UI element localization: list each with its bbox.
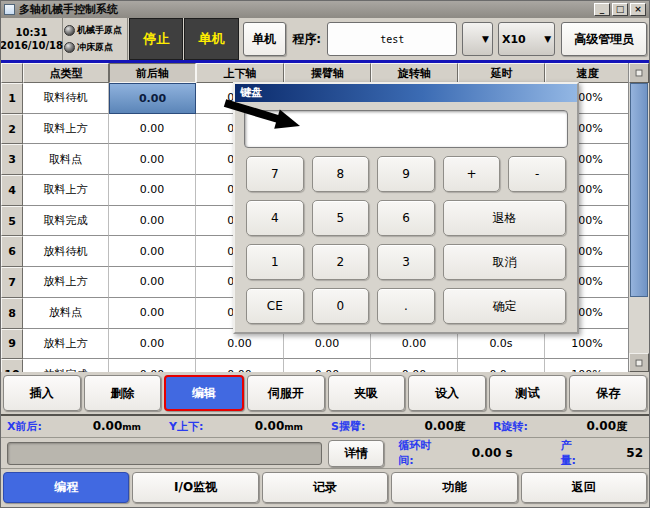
scrollbar-up-button[interactable] xyxy=(629,63,649,83)
bottom-nav-row: 编程I/O监视记录功能返回 xyxy=(1,469,649,508)
press-origin-indicator: 冲床原点 xyxy=(64,41,126,54)
tab-return[interactable]: 返回 xyxy=(521,472,647,503)
cell-front-back[interactable]: 0.00 xyxy=(109,236,196,267)
close-icon[interactable]: × xyxy=(630,3,646,16)
cell-type[interactable]: 放料点 xyxy=(23,298,109,329)
keypad-key-6[interactable]: 6 xyxy=(377,200,435,236)
keypad-key-confirm[interactable]: 确定 xyxy=(443,288,566,324)
keypad-key-0[interactable]: 0 xyxy=(312,288,370,324)
minimize-icon[interactable]: _ xyxy=(594,3,610,16)
save-button[interactable]: 保存 xyxy=(569,375,647,411)
cell-type[interactable]: 放料完成 xyxy=(23,359,109,372)
message-field xyxy=(7,442,322,465)
tab-function[interactable]: 功能 xyxy=(391,472,517,503)
keypad-key-7[interactable]: 7 xyxy=(246,156,304,192)
cell-type[interactable]: 放料上方 xyxy=(23,267,109,298)
edit-button[interactable]: 编辑 xyxy=(164,375,244,411)
cell-up-down[interactable]: 0.00 xyxy=(196,359,284,372)
time-text: 10:31 xyxy=(16,26,48,39)
row-number: 5 xyxy=(1,206,23,237)
keypad-key-8[interactable]: 8 xyxy=(312,156,370,192)
column-header[interactable]: 旋转轴 xyxy=(371,63,458,83)
date-text: 2016/10/18 xyxy=(0,39,63,52)
cell-front-back[interactable]: 0.00 xyxy=(109,175,196,206)
cell-front-back[interactable]: 0.00 xyxy=(109,267,196,298)
tab-record[interactable]: 记录 xyxy=(262,472,388,503)
cell-type[interactable]: 取料上方 xyxy=(23,175,109,206)
axis-unit: mm xyxy=(122,422,141,432)
column-header[interactable]: 摆臂轴 xyxy=(284,63,371,83)
column-header[interactable]: 上下轴 xyxy=(196,63,284,83)
keypad-key-9[interactable]: 9 xyxy=(377,156,435,192)
axis-label: Y上下: xyxy=(169,419,203,434)
top-toolbar: 10:31 2016/10/18 机械手原点 冲床原点 停止 单机 单机 程序:… xyxy=(1,18,649,60)
cell-front-back[interactable]: 0.00 xyxy=(109,83,196,114)
admin-level-button[interactable]: 高级管理员 xyxy=(561,22,647,56)
column-header[interactable]: 延时 xyxy=(458,63,545,83)
axis-label: X前后: xyxy=(7,419,42,434)
app-icon xyxy=(4,4,15,15)
column-header[interactable]: 点类型 xyxy=(23,63,109,83)
cell-type[interactable]: 取料点 xyxy=(23,144,109,175)
cell-front-back[interactable]: 0.00 xyxy=(109,144,196,175)
cell-type[interactable]: 取料上方 xyxy=(23,114,109,145)
keypad-key-backspace[interactable]: 退格 xyxy=(443,200,566,236)
axis-label: S摆臂: xyxy=(331,419,365,434)
cell-front-back[interactable]: 0.00 xyxy=(109,329,196,360)
keypad-key-1[interactable]: 1 xyxy=(246,244,304,280)
scrollbar-down-button[interactable] xyxy=(629,353,649,372)
single-mode-button[interactable]: 单机 xyxy=(243,22,286,56)
cell-front-back[interactable]: 0.00 xyxy=(109,206,196,237)
insert-button[interactable]: 插入 xyxy=(3,375,81,411)
row-number: 8 xyxy=(1,298,23,329)
keypad-key-4[interactable]: 4 xyxy=(246,200,304,236)
tab-io-monitor[interactable]: I/O监视 xyxy=(132,472,258,503)
cell-speed[interactable]: 100% xyxy=(545,359,628,372)
keypad-key-dot[interactable]: . xyxy=(377,288,435,324)
program-dropdown[interactable]: ▼ xyxy=(462,22,493,56)
cell-type[interactable]: 放料上方 xyxy=(23,329,109,360)
keypad-key-3[interactable]: 3 xyxy=(377,244,435,280)
delete-button[interactable]: 删除 xyxy=(84,375,162,411)
cell-rotate[interactable]: 0.00 xyxy=(371,359,458,372)
program-label: 程序: xyxy=(286,18,327,60)
column-header[interactable]: 前后轴 xyxy=(109,63,196,83)
robot-origin-label: 机械手原点 xyxy=(77,24,122,37)
program-name-field[interactable]: test xyxy=(327,22,457,56)
speed-multiplier-dropdown[interactable]: X10 ▼ xyxy=(498,22,555,56)
clamp-button[interactable]: 夹吸 xyxy=(328,375,406,411)
axis-status-bar: X前后:0.00mmY上下:0.00mmS摆臂:0.00度R旋转:0.00度 xyxy=(1,414,649,438)
details-button[interactable]: 详情 xyxy=(328,440,384,467)
keypad-key-ce[interactable]: CE xyxy=(246,288,304,324)
status-mode-indicator: 单机 xyxy=(184,18,238,60)
cell-front-back[interactable]: 0.00 xyxy=(109,298,196,329)
keypad-key-2[interactable]: 2 xyxy=(312,244,370,280)
cell-type[interactable]: 取料完成 xyxy=(23,206,109,237)
row-number: 1 xyxy=(1,83,23,114)
cell-type[interactable]: 放料待机 xyxy=(23,236,109,267)
axis-status-x-front-back: X前后:0.00mm xyxy=(1,419,163,434)
axis-status-y-up-down: Y上下:0.00mm xyxy=(163,419,325,434)
cell-delay[interactable]: 0.0s xyxy=(458,359,545,372)
cell-type[interactable]: 取料待机 xyxy=(23,83,109,114)
keypad-key-plus[interactable]: + xyxy=(443,156,501,192)
servo-on-button[interactable]: 伺服开 xyxy=(247,375,325,411)
cell-front-back[interactable]: 0.00 xyxy=(109,114,196,145)
set-button[interactable]: 设入 xyxy=(408,375,486,411)
cell-swing[interactable]: 0.00 xyxy=(284,359,371,372)
test-button[interactable]: 测试 xyxy=(489,375,567,411)
cell-front-back[interactable]: 0.00 xyxy=(109,359,196,372)
row-number: 4 xyxy=(1,175,23,206)
table-scrollbar[interactable] xyxy=(628,63,649,372)
production-count-label: 产量: xyxy=(560,438,586,468)
window-title: 多轴机械手控制系统 xyxy=(19,2,590,17)
tab-programming[interactable]: 编程 xyxy=(3,472,129,503)
maximize-icon[interactable]: □ xyxy=(612,3,628,16)
column-header[interactable]: 速度 xyxy=(545,63,630,83)
axis-value: 0.00度 xyxy=(586,419,627,434)
keypad-key-cancel[interactable]: 取消 xyxy=(443,244,566,280)
scrollbar-thumb[interactable] xyxy=(630,83,648,297)
axis-status-r-rotate: R旋转:0.00度 xyxy=(487,419,649,434)
keypad-key-5[interactable]: 5 xyxy=(312,200,370,236)
keypad-key-minus[interactable]: - xyxy=(508,156,566,192)
